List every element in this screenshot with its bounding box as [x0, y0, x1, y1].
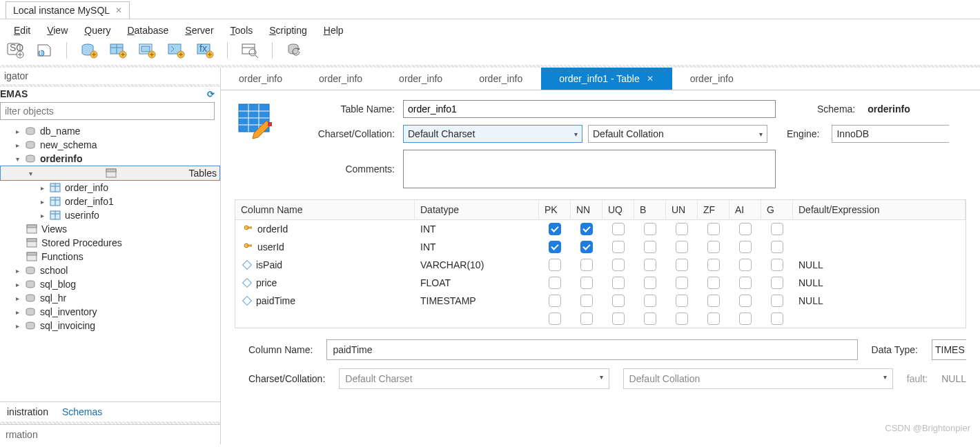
checkbox[interactable]: [549, 223, 561, 235]
checkbox[interactable]: [739, 241, 752, 253]
col-header[interactable]: AI: [729, 200, 761, 219]
col-header[interactable]: ZF: [698, 200, 729, 219]
checkbox[interactable]: [676, 295, 688, 307]
engine-select[interactable]: InnoDB: [832, 125, 949, 143]
new-sql-tab-icon[interactable]: SQL: [6, 41, 25, 60]
folder-stored-procedures[interactable]: Stored Procedures: [0, 236, 220, 250]
menu-database[interactable]: Database: [127, 25, 168, 36]
db-sql_hr[interactable]: ▸sql_hr: [0, 291, 220, 305]
checkbox[interactable]: [676, 223, 688, 235]
close-icon[interactable]: ✕: [647, 74, 654, 83]
col-header[interactable]: Datatype: [415, 200, 539, 219]
db-school[interactable]: ▸school: [0, 264, 220, 277]
checkbox[interactable]: [549, 295, 561, 307]
column-row[interactable]: isPaidVARCHAR(10)NULL: [235, 256, 966, 274]
col-header[interactable]: UN: [666, 200, 698, 219]
detail-datatype-value[interactable]: TIMES: [932, 339, 966, 360]
checkbox[interactable]: [771, 223, 783, 235]
checkbox[interactable]: [739, 295, 752, 307]
menu-help[interactable]: Help: [324, 25, 344, 36]
db-sql_inventory[interactable]: ▸sql_inventory: [0, 305, 220, 319]
table-order_info1[interactable]: ▸order_info1: [0, 195, 220, 208]
view-add-icon[interactable]: [137, 41, 157, 60]
checkbox[interactable]: [549, 241, 561, 253]
checkbox[interactable]: [612, 277, 625, 289]
checkbox[interactable]: [612, 241, 625, 253]
checkbox[interactable]: [739, 223, 752, 235]
checkbox[interactable]: [707, 277, 720, 289]
editor-tab-active[interactable]: order_info1 - Table✕: [541, 68, 672, 90]
editor-tab[interactable]: order_info: [301, 68, 381, 90]
column-row[interactable]: userIdINT: [235, 238, 966, 256]
column-row[interactable]: priceFLOATNULL: [235, 274, 966, 292]
checkbox[interactable]: [644, 277, 656, 289]
db-sql_invoicing[interactable]: ▸sql_invoicing: [0, 319, 220, 332]
folder-tables[interactable]: ▾Tables: [0, 166, 220, 181]
reconnect-icon[interactable]: [285, 41, 304, 60]
collation-select[interactable]: Default Collation▾: [588, 125, 767, 143]
search-table-icon[interactable]: [240, 41, 259, 60]
function-add-icon[interactable]: fx: [195, 41, 215, 60]
table-order_info[interactable]: ▸order_info: [0, 181, 220, 195]
checkbox[interactable]: [771, 295, 783, 307]
folder-views[interactable]: Views: [0, 222, 220, 236]
checkbox[interactable]: [612, 295, 625, 307]
checkbox[interactable]: [580, 223, 593, 235]
db-db_name[interactable]: ▸db_name: [0, 124, 220, 138]
checkbox[interactable]: [771, 277, 783, 289]
col-header[interactable]: G: [761, 200, 793, 219]
tab-schemas[interactable]: Schemas: [55, 402, 109, 421]
col-header[interactable]: PK: [539, 200, 571, 219]
menu-view[interactable]: View: [47, 25, 68, 36]
col-header[interactable]: Default/Expression: [793, 200, 966, 219]
checkbox[interactable]: [707, 259, 720, 271]
checkbox[interactable]: [739, 259, 752, 271]
table-add-icon[interactable]: [108, 41, 128, 60]
checkbox[interactable]: [771, 241, 783, 253]
db-orderinfo[interactable]: ▾orderinfo: [0, 152, 220, 166]
editor-tab[interactable]: order_info: [221, 68, 301, 90]
checkbox[interactable]: [549, 259, 561, 271]
checkbox[interactable]: [580, 312, 593, 325]
checkbox[interactable]: [612, 312, 625, 325]
checkbox[interactable]: [644, 223, 656, 235]
refresh-icon[interactable]: ⟳: [207, 89, 215, 99]
checkbox[interactable]: [549, 277, 561, 289]
charset-select[interactable]: Default Charset▾: [403, 125, 582, 143]
detail-colname-input[interactable]: [326, 339, 857, 360]
connection-tab[interactable]: Local instance MySQL ✕: [6, 1, 130, 19]
schema-add-icon[interactable]: [79, 41, 99, 60]
menu-server[interactable]: Server: [185, 25, 213, 36]
checkbox[interactable]: [580, 277, 593, 289]
menu-scripting[interactable]: Scripting: [269, 25, 306, 36]
schema-tree[interactable]: ▸db_name▸new_schema▾orderinfo▾Tables▸ord…: [0, 123, 220, 401]
checkbox[interactable]: [644, 312, 656, 325]
column-row[interactable]: orderIdINT: [235, 220, 966, 238]
close-icon[interactable]: ✕: [115, 6, 122, 15]
col-header[interactable]: UQ: [602, 200, 634, 219]
checkbox[interactable]: [676, 259, 688, 271]
checkbox[interactable]: [771, 312, 783, 325]
db-sql_blog[interactable]: ▸sql_blog: [0, 277, 220, 291]
column-row-empty[interactable]: [235, 310, 966, 328]
col-header[interactable]: B: [634, 200, 666, 219]
checkbox[interactable]: [676, 277, 688, 289]
checkbox[interactable]: [676, 241, 688, 253]
menu-query[interactable]: Query: [84, 25, 110, 36]
checkbox[interactable]: [580, 259, 593, 271]
comments-input[interactable]: [403, 150, 776, 188]
procedure-add-icon[interactable]: [166, 41, 186, 60]
checkbox[interactable]: [580, 295, 593, 307]
checkbox[interactable]: [739, 277, 752, 289]
table-userinfo[interactable]: ▸userinfo: [0, 208, 220, 222]
checkbox[interactable]: [644, 259, 656, 271]
col-header[interactable]: NN: [571, 200, 602, 219]
checkbox[interactable]: [644, 295, 656, 307]
menu-tools[interactable]: Tools: [231, 25, 253, 36]
checkbox[interactable]: [612, 223, 625, 235]
col-header[interactable]: Column Name: [235, 200, 415, 219]
checkbox[interactable]: [771, 259, 783, 271]
open-sql-icon[interactable]: i: [35, 41, 54, 60]
detail-collation-select[interactable]: Default Collation▾: [623, 368, 893, 389]
checkbox[interactable]: [549, 312, 561, 325]
